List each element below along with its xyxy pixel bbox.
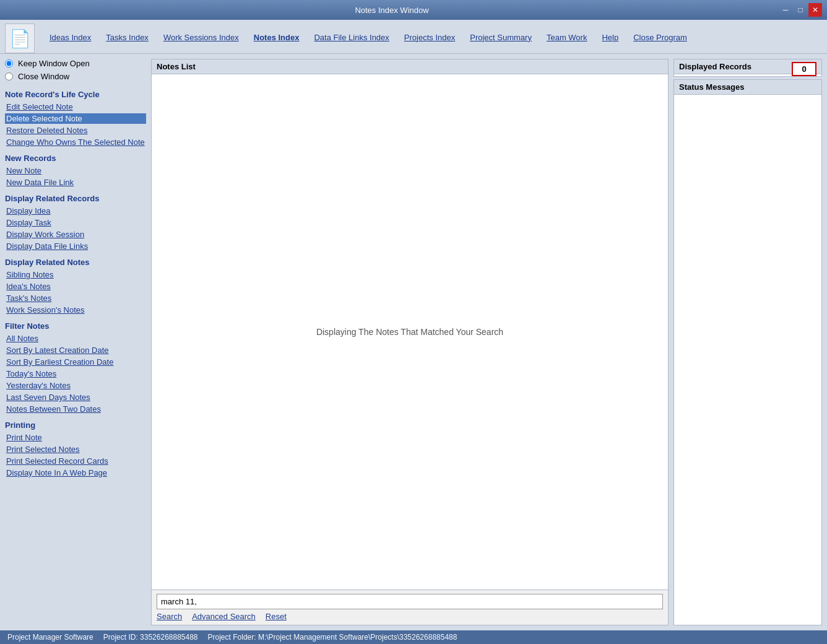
keep-window-label[interactable]: Keep Window Open: [18, 59, 90, 68]
notes-list-content: Displaying The Notes That Matched Your S…: [152, 74, 668, 590]
sidebar-link-last-seven-days[interactable]: Last Seven Days Notes: [5, 392, 146, 402]
sidebar-link-todays-notes[interactable]: Today's Notes: [5, 368, 146, 379]
sidebar-link-ideas-notes[interactable]: Idea's Notes: [5, 281, 146, 292]
app-logo: 📄: [5, 24, 35, 53]
title-bar: Notes Index Window ─ □ ✕: [0, 0, 827, 20]
minimize-button[interactable]: ─: [779, 3, 792, 17]
sidebar-link-delete-selected-note[interactable]: Delete Selected Note: [5, 113, 146, 124]
keep-window-radio[interactable]: [5, 59, 13, 67]
section-header-filter-notes: Filter Notes: [5, 321, 146, 331]
sidebar-link-work-sessions-notes[interactable]: Work Session's Notes: [5, 305, 146, 315]
search-button[interactable]: Search: [157, 612, 182, 621]
sidebar-link-change-who-owns-note[interactable]: Change Who Owns The Selected Note: [5, 137, 146, 147]
menu-item-tasks-index[interactable]: Tasks Index: [98, 30, 156, 47]
menu-items: Ideas Index Tasks Index Work Sessions In…: [42, 30, 822, 47]
menu-item-help[interactable]: Help: [594, 30, 626, 47]
window-controls: ─ □ ✕: [779, 3, 822, 17]
maximize-button[interactable]: □: [794, 3, 807, 17]
status-bar: Project Manager Software Project ID: 335…: [0, 630, 827, 644]
close-window-label[interactable]: Close Window: [18, 72, 69, 81]
sidebar-link-display-data-file-links[interactable]: Display Data File Links: [5, 241, 146, 251]
sidebar-link-display-idea[interactable]: Display Idea: [5, 206, 146, 216]
main-window: 📄 Ideas Index Tasks Index Work Sessions …: [0, 20, 827, 644]
sidebar-link-print-record-cards[interactable]: Print Selected Record Cards: [5, 456, 146, 466]
search-input[interactable]: [157, 594, 663, 609]
sidebar-link-display-note-web[interactable]: Display Note In A Web Page: [5, 468, 146, 478]
sidebar-link-new-note[interactable]: New Note: [5, 165, 146, 176]
status-messages-section: Status Messages: [673, 79, 822, 625]
sidebar-link-print-note[interactable]: Print Note: [5, 432, 146, 443]
sidebar-link-new-data-file-link[interactable]: New Data File Link: [5, 177, 146, 188]
sidebar-link-sort-latest[interactable]: Sort By Latest Creation Date: [5, 345, 146, 355]
menu-item-work-sessions-index[interactable]: Work Sessions Index: [156, 30, 246, 47]
menu-bar: 📄 Ideas Index Tasks Index Work Sessions …: [0, 20, 827, 54]
menu-item-project-summary[interactable]: Project Summary: [462, 30, 539, 47]
sidebar-link-print-selected-notes[interactable]: Print Selected Notes: [5, 444, 146, 455]
sidebar-link-edit-selected-note[interactable]: Edit Selected Note: [5, 102, 146, 112]
section-header-printing: Printing: [5, 420, 146, 430]
notes-empty-message: Displaying The Notes That Matched Your S…: [316, 327, 503, 337]
menu-item-projects-index[interactable]: Projects Index: [397, 30, 462, 47]
center-panel: Notes List Displaying The Notes That Mat…: [151, 59, 669, 625]
displayed-records-header: Displayed Records 0: [674, 59, 821, 74]
close-window-radio[interactable]: [5, 72, 13, 80]
sidebar-link-tasks-notes[interactable]: Task's Notes: [5, 293, 146, 303]
displayed-records-section: Displayed Records 0: [673, 59, 822, 77]
sidebar-link-notes-between-dates[interactable]: Notes Between Two Dates: [5, 404, 146, 414]
section-header-new-records: New Records: [5, 154, 146, 163]
search-bar: Search Advanced Search Reset: [152, 590, 668, 625]
sidebar-link-restore-deleted-notes[interactable]: Restore Deleted Notes: [5, 125, 146, 136]
left-sidebar: Keep Window Open Close Window Note Recor…: [5, 59, 146, 625]
reset-button[interactable]: Reset: [266, 612, 287, 621]
sidebar-link-all-notes[interactable]: All Notes: [5, 333, 146, 344]
section-header-display-related: Display Related Records: [5, 194, 146, 203]
status-messages-header: Status Messages: [674, 80, 821, 95]
close-window-button[interactable]: ✕: [808, 3, 822, 17]
sidebar-link-display-task[interactable]: Display Task: [5, 217, 146, 228]
status-project-folder: Project Folder: M:\Project Management So…: [208, 633, 457, 642]
close-window-option: Close Window: [5, 72, 146, 81]
status-project-id: Project ID: 33526268885488: [103, 633, 198, 642]
menu-item-team-work[interactable]: Team Work: [539, 30, 595, 47]
status-messages-content: [674, 95, 821, 120]
menu-item-ideas-index[interactable]: Ideas Index: [42, 30, 98, 47]
sidebar-link-sibling-notes[interactable]: Sibling Notes: [5, 269, 146, 280]
content-area: Keep Window Open Close Window Note Recor…: [0, 54, 827, 630]
notes-list-header: Notes List: [152, 59, 668, 74]
menu-item-data-file-links-index[interactable]: Data File Links Index: [306, 30, 396, 47]
advanced-search-button[interactable]: Advanced Search: [192, 612, 256, 621]
section-header-lifecycle: Note Record's Life Cycle: [5, 90, 146, 99]
menu-item-close-program[interactable]: Close Program: [626, 30, 695, 47]
displayed-records-value: 0: [792, 62, 816, 76]
search-buttons: Search Advanced Search Reset: [157, 609, 663, 621]
sidebar-link-display-work-session[interactable]: Display Work Session: [5, 229, 146, 240]
section-header-display-notes: Display Related Notes: [5, 258, 146, 267]
sidebar-link-yesterdays-notes[interactable]: Yesterday's Notes: [5, 380, 146, 391]
sidebar-link-sort-earliest[interactable]: Sort By Earliest Creation Date: [5, 357, 146, 367]
menu-item-notes-index[interactable]: Notes Index: [246, 30, 307, 47]
status-software: Project Manager Software: [7, 633, 93, 642]
right-panel: Displayed Records 0 Status Messages: [673, 59, 822, 625]
window-title: Notes Index Window: [5, 6, 779, 15]
keep-window-option: Keep Window Open: [5, 59, 146, 68]
